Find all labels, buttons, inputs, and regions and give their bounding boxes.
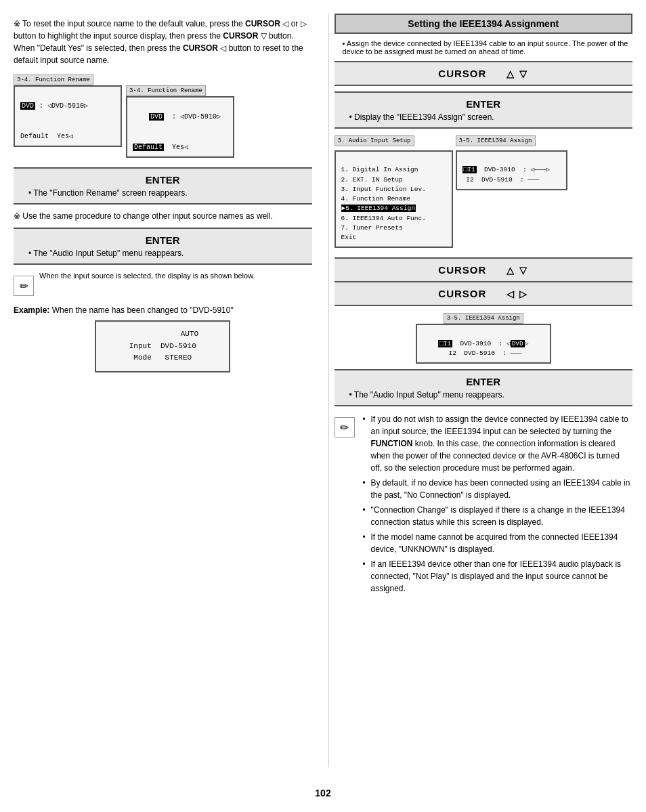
- note-item-2: By default, if no device has been connec…: [360, 477, 633, 501]
- note-item-5: If an IEEE1394 device other than one for…: [360, 558, 633, 595]
- right-column: Setting the IEEE1394 Assignment Assign t…: [328, 14, 633, 767]
- note-item-3: "Connection Change" is displayed if ther…: [360, 504, 633, 528]
- assign2-i1-highlight: □I1: [438, 340, 452, 347]
- enter-title-right-1: ENTER: [343, 98, 625, 110]
- screen1-dvd-highlight: DVD: [20, 102, 35, 110]
- note-item-1: If you do not wish to assign the device …: [360, 413, 633, 474]
- cursor-arrows-3: ◁ ▷: [507, 289, 528, 299]
- enter-title-right-2: ENTER: [343, 376, 625, 387]
- notes-list: If you do not wish to assign the device …: [360, 413, 633, 595]
- screen2-label: 3-4. Function Rename: [126, 85, 206, 96]
- enter-block-1: ENTER • The "Function Rename" screen rea…: [14, 167, 312, 205]
- left-column: ※ To reset the input source name to the …: [14, 14, 318, 767]
- cursor-block-1: CURSOR △ ▽: [335, 61, 633, 86]
- pencil-icon-right: ✏: [335, 417, 355, 437]
- enter-block-right-2: ENTER • The "Audio Input Setup" menu rea…: [335, 369, 633, 406]
- cursor-label-2: CURSOR: [438, 264, 486, 276]
- menu-screen-label: 3. Audio Input Setup: [335, 135, 414, 146]
- menu-screen-container: 3. Audio Input Setup 1. Digital In Assig…: [335, 134, 453, 252]
- intro-text: Assign the device connected by IEEE1394 …: [343, 39, 633, 56]
- note-item-4: If the model name cannot be acquired fro…: [360, 531, 633, 555]
- assign-i1-highlight: □I1: [462, 166, 477, 173]
- assign-screen-1: □I1 DVD-3910 : ◁———▷ I2 DVD-5910 : ———: [456, 150, 567, 190]
- enter-desc-1: • The "Function Rename" screen reappears…: [28, 188, 304, 198]
- enter-title-1: ENTER: [22, 174, 304, 186]
- example-label: Example: When the name has been changed …: [14, 305, 312, 315]
- assign2-screen-label: 3-5. IEEE1394 Assign: [444, 313, 523, 324]
- enter-desc-right-2: • The "Audio Input Setup" menu reappears…: [349, 390, 625, 400]
- reset-note: ※ To reset the input source name to the …: [14, 18, 312, 66]
- menu-screen: 1. Digital In Assign 2. EXT. IN Setup 3.…: [335, 150, 453, 248]
- enter-block-right-1: ENTER • Display the "IEEE1394 Assign" sc…: [335, 91, 633, 129]
- page: ※ To reset the input source name to the …: [0, 0, 646, 812]
- assign-screen-label: 3-5. IEEE1394 Assign: [456, 135, 536, 146]
- cursor-block-2: CURSOR △ ▽: [335, 257, 633, 282]
- cursor-label-3: CURSOR: [438, 288, 486, 299]
- cursor-label-1: CURSOR: [438, 68, 486, 79]
- cursor-arrows-2: △ ▽: [507, 265, 528, 276]
- screen2: DVD : ◁DVD-5910▷ Default Yes◁: [126, 96, 234, 158]
- pencil-icon: ✏: [14, 276, 34, 296]
- enter-desc-right-1: • Display the "IEEE1394 Assign" screen.: [349, 112, 625, 122]
- two-screens-container: 3. Audio Input Setup 1. Digital In Assig…: [335, 134, 633, 252]
- example-screen: AUTO Input DVD-5910 Mode STEREO: [95, 320, 230, 372]
- assign-screen-2: □I1 DVD-3910 : ◁DVD▷ I2 DVD-5910 : ———: [416, 324, 551, 364]
- screen1-label: 3-4. Function Rename: [14, 74, 93, 85]
- cursor-block-3: CURSOR ◁ ▷: [335, 282, 633, 306]
- cursor-arrows-1: △ ▽: [507, 68, 528, 79]
- pencil-note: When the input source is selected, the d…: [39, 272, 255, 280]
- note2: Use the same procedure to change other i…: [14, 210, 312, 222]
- enter-title-2: ENTER: [22, 234, 304, 246]
- page-number: 102: [14, 781, 632, 798]
- enter-block-2: ENTER • The "Audio Input Setup" menu rea…: [14, 228, 312, 265]
- screen1: DVD : ◁DVD-5910▷ Default Yes◁: [14, 85, 122, 147]
- section-header: Setting the IEEE1394 Assignment: [335, 14, 633, 34]
- screen2-dvd-highlight: DVD: [149, 113, 164, 121]
- enter-desc-2: • The "Audio Input Setup" menu reappears…: [28, 249, 304, 258]
- assign-screen-container: 3-5. IEEE1394 Assign □I1 DVD-3910 : ◁———…: [456, 134, 567, 252]
- screen2-default-highlight: Default: [133, 144, 164, 151]
